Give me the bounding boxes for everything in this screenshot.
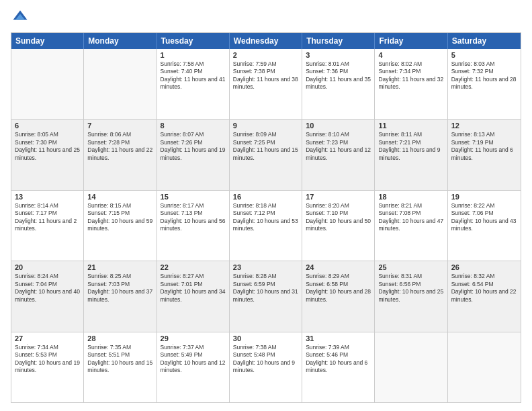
day-number: 22 (161, 263, 226, 271)
day-number: 3 (306, 51, 371, 59)
page: SundayMondayTuesdayWednesdayThursdayFrid… (0, 0, 532, 411)
day-number: 20 (15, 263, 80, 271)
day-number: 16 (233, 193, 298, 201)
day-number: 26 (451, 263, 517, 271)
calendar: SundayMondayTuesdayWednesdayThursdayFrid… (11, 32, 521, 403)
day-number: 11 (378, 122, 443, 130)
day-info: Sunrise: 8:25 AM Sunset: 7:03 PM Dayligh… (87, 273, 152, 304)
day-number: 19 (451, 193, 517, 201)
calendar-cell (375, 332, 447, 402)
day-info: Sunrise: 8:14 AM Sunset: 7:17 PM Dayligh… (15, 202, 80, 233)
day-info: Sunrise: 8:27 AM Sunset: 7:01 PM Dayligh… (161, 273, 226, 304)
day-info: Sunrise: 8:06 AM Sunset: 7:28 PM Dayligh… (87, 131, 152, 162)
day-number: 13 (15, 193, 80, 201)
calendar-cell: 3Sunrise: 8:01 AM Sunset: 7:36 PM Daylig… (302, 49, 375, 119)
day-info: Sunrise: 7:59 AM Sunset: 7:38 PM Dayligh… (233, 60, 298, 91)
day-info: Sunrise: 8:18 AM Sunset: 7:12 PM Dayligh… (233, 202, 298, 233)
calendar-cell: 25Sunrise: 8:31 AM Sunset: 6:56 PM Dayli… (375, 261, 447, 331)
day-info: Sunrise: 8:31 AM Sunset: 6:56 PM Dayligh… (378, 273, 443, 304)
day-info: Sunrise: 7:39 AM Sunset: 5:46 PM Dayligh… (306, 344, 371, 375)
calendar-cell: 2Sunrise: 7:59 AM Sunset: 7:38 PM Daylig… (230, 49, 302, 119)
calendar-cell: 18Sunrise: 8:21 AM Sunset: 7:08 PM Dayli… (375, 191, 447, 261)
day-number: 4 (378, 51, 443, 59)
calendar-cell (448, 332, 521, 402)
day-number: 8 (161, 122, 226, 130)
header (11, 8, 521, 27)
header-day-saturday: Saturday (448, 33, 521, 49)
calendar-cell: 12Sunrise: 8:13 AM Sunset: 7:19 PM Dayli… (448, 120, 521, 189)
day-number: 27 (15, 334, 80, 342)
calendar-cell: 30Sunrise: 7:38 AM Sunset: 5:48 PM Dayli… (230, 332, 302, 402)
day-info: Sunrise: 8:24 AM Sunset: 7:04 PM Dayligh… (15, 273, 80, 304)
day-number: 10 (306, 122, 371, 130)
calendar-cell: 1Sunrise: 7:58 AM Sunset: 7:40 PM Daylig… (157, 49, 230, 119)
calendar-cell: 10Sunrise: 8:10 AM Sunset: 7:23 PM Dayli… (302, 120, 375, 189)
day-number: 31 (306, 334, 371, 342)
header-day-tuesday: Tuesday (157, 33, 230, 49)
calendar-cell: 31Sunrise: 7:39 AM Sunset: 5:46 PM Dayli… (302, 332, 375, 402)
calendar-cell: 17Sunrise: 8:20 AM Sunset: 7:10 PM Dayli… (302, 191, 375, 261)
day-info: Sunrise: 8:01 AM Sunset: 7:36 PM Dayligh… (306, 60, 371, 91)
calendar-cell: 19Sunrise: 8:22 AM Sunset: 7:06 PM Dayli… (448, 191, 521, 261)
calendar-cell: 22Sunrise: 8:27 AM Sunset: 7:01 PM Dayli… (157, 261, 230, 331)
day-info: Sunrise: 7:37 AM Sunset: 5:49 PM Dayligh… (161, 344, 226, 375)
day-number: 6 (15, 122, 80, 130)
day-info: Sunrise: 7:35 AM Sunset: 5:51 PM Dayligh… (87, 344, 152, 375)
day-info: Sunrise: 8:09 AM Sunset: 7:25 PM Dayligh… (233, 131, 298, 162)
day-info: Sunrise: 8:21 AM Sunset: 7:08 PM Dayligh… (378, 202, 443, 233)
calendar-cell: 5Sunrise: 8:03 AM Sunset: 7:32 PM Daylig… (448, 49, 521, 119)
calendar-cell: 28Sunrise: 7:35 AM Sunset: 5:51 PM Dayli… (84, 332, 157, 402)
calendar-body: 1Sunrise: 7:58 AM Sunset: 7:40 PM Daylig… (11, 49, 521, 402)
day-number: 1 (161, 51, 226, 59)
day-number: 5 (451, 51, 517, 59)
calendar-cell: 4Sunrise: 8:02 AM Sunset: 7:34 PM Daylig… (375, 49, 447, 119)
day-number: 28 (87, 334, 152, 342)
day-info: Sunrise: 7:34 AM Sunset: 5:53 PM Dayligh… (15, 344, 80, 375)
calendar-cell (11, 49, 84, 119)
day-number: 17 (306, 193, 371, 201)
calendar-cell: 16Sunrise: 8:18 AM Sunset: 7:12 PM Dayli… (230, 191, 302, 261)
day-number: 30 (233, 334, 298, 342)
calendar-row-0: 1Sunrise: 7:58 AM Sunset: 7:40 PM Daylig… (11, 49, 521, 120)
calendar-cell: 21Sunrise: 8:25 AM Sunset: 7:03 PM Dayli… (84, 261, 157, 331)
calendar-cell: 7Sunrise: 8:06 AM Sunset: 7:28 PM Daylig… (84, 120, 157, 189)
day-info: Sunrise: 7:38 AM Sunset: 5:48 PM Dayligh… (233, 344, 298, 375)
day-info: Sunrise: 8:05 AM Sunset: 7:30 PM Dayligh… (15, 131, 80, 162)
day-number: 29 (161, 334, 226, 342)
calendar-cell (84, 49, 157, 119)
day-info: Sunrise: 8:10 AM Sunset: 7:23 PM Dayligh… (306, 131, 371, 162)
calendar-cell: 15Sunrise: 8:17 AM Sunset: 7:13 PM Dayli… (157, 191, 230, 261)
header-day-wednesday: Wednesday (230, 33, 302, 49)
calendar-cell: 6Sunrise: 8:05 AM Sunset: 7:30 PM Daylig… (11, 120, 84, 189)
calendar-cell: 9Sunrise: 8:09 AM Sunset: 7:25 PM Daylig… (230, 120, 302, 189)
day-info: Sunrise: 8:02 AM Sunset: 7:34 PM Dayligh… (378, 60, 443, 91)
calendar-row-1: 6Sunrise: 8:05 AM Sunset: 7:30 PM Daylig… (11, 120, 521, 190)
calendar-cell: 29Sunrise: 7:37 AM Sunset: 5:49 PM Dayli… (157, 332, 230, 402)
day-number: 25 (378, 263, 443, 271)
day-number: 12 (451, 122, 517, 130)
calendar-cell: 11Sunrise: 8:11 AM Sunset: 7:21 PM Dayli… (375, 120, 447, 189)
calendar-cell: 23Sunrise: 8:28 AM Sunset: 6:59 PM Dayli… (230, 261, 302, 331)
day-info: Sunrise: 8:13 AM Sunset: 7:19 PM Dayligh… (451, 131, 517, 162)
day-info: Sunrise: 8:28 AM Sunset: 6:59 PM Dayligh… (233, 273, 298, 304)
day-number: 21 (87, 263, 152, 271)
calendar-cell: 13Sunrise: 8:14 AM Sunset: 7:17 PM Dayli… (11, 191, 84, 261)
day-number: 7 (87, 122, 152, 130)
calendar-cell: 20Sunrise: 8:24 AM Sunset: 7:04 PM Dayli… (11, 261, 84, 331)
day-info: Sunrise: 8:15 AM Sunset: 7:15 PM Dayligh… (87, 202, 152, 233)
day-info: Sunrise: 8:11 AM Sunset: 7:21 PM Dayligh… (378, 131, 443, 162)
calendar-row-4: 27Sunrise: 7:34 AM Sunset: 5:53 PM Dayli… (11, 332, 521, 402)
day-number: 24 (306, 263, 371, 271)
day-number: 23 (233, 263, 298, 271)
calendar-cell: 27Sunrise: 7:34 AM Sunset: 5:53 PM Dayli… (11, 332, 84, 402)
calendar-header: SundayMondayTuesdayWednesdayThursdayFrid… (11, 33, 521, 49)
calendar-cell: 24Sunrise: 8:29 AM Sunset: 6:58 PM Dayli… (302, 261, 375, 331)
header-day-monday: Monday (84, 33, 157, 49)
day-info: Sunrise: 8:32 AM Sunset: 6:54 PM Dayligh… (451, 273, 517, 304)
calendar-cell: 14Sunrise: 8:15 AM Sunset: 7:15 PM Dayli… (84, 191, 157, 261)
calendar-row-2: 13Sunrise: 8:14 AM Sunset: 7:17 PM Dayli… (11, 191, 521, 261)
calendar-cell: 26Sunrise: 8:32 AM Sunset: 6:54 PM Dayli… (448, 261, 521, 331)
header-day-thursday: Thursday (302, 33, 375, 49)
day-info: Sunrise: 8:22 AM Sunset: 7:06 PM Dayligh… (451, 202, 517, 233)
day-number: 9 (233, 122, 298, 130)
